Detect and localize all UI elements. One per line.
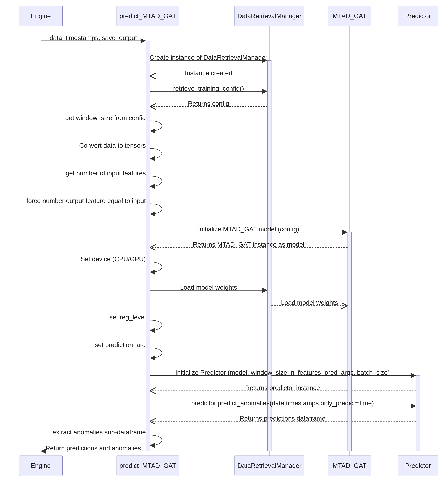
participant-label: DataRetrievalManager: [237, 12, 302, 20]
participant-label: MTAD_GAT: [333, 12, 367, 20]
message-label: extract anomalies sub-dataframe: [52, 428, 146, 436]
message-label: Initialize MTAD_GAT model (config): [198, 225, 299, 233]
message-label: Instance created: [185, 70, 232, 77]
message-label: predictor.predict_anomalies(data,timesta…: [191, 399, 374, 407]
participant-label: MTAD_GAT: [333, 462, 367, 469]
message-label: Load model weights: [180, 284, 237, 291]
participant-predictor: Predictor: [398, 6, 438, 26]
message-label: Set device (CPU/GPU): [81, 255, 146, 263]
participant-label: predict_MTAD_GAT: [120, 12, 176, 20]
participant-label: Predictor: [405, 462, 431, 469]
message-label: Returns predictions dataframe: [240, 415, 325, 422]
message-label: Initialize Predictor (model, window_size…: [175, 369, 390, 376]
message-label: Returns predictor instance: [245, 384, 320, 391]
sequence-diagram: EngineEnginepredict_MTAD_GATpredict_MTAD…: [0, 0, 448, 482]
activation-bar: [347, 232, 352, 451]
lifeline-engine: [41, 26, 41, 456]
message-label: data, timestamps, save_output: [49, 34, 137, 41]
message-label: get number of input features: [66, 170, 146, 177]
participant-engine: Engine: [19, 6, 63, 26]
message-label: Return predictions and anomalies: [45, 445, 141, 452]
message-label: Returns MTAD_GAT instance as model: [193, 241, 304, 248]
participant-label: Engine: [31, 12, 51, 20]
activation-bar: [146, 41, 150, 451]
participant-label: Engine: [31, 462, 51, 469]
message-label: set prediction_arg: [95, 341, 146, 349]
message-label: Returns config: [188, 100, 229, 107]
message-label: Create instance of DataRetrievalManager: [150, 54, 268, 61]
participant-label: DataRetrievalManager: [237, 462, 302, 469]
message-label: Convert data to tensors: [79, 142, 146, 149]
participant-label: predict_MTAD_GAT: [120, 462, 176, 469]
participant-mtad: MTAD_GAT: [328, 6, 371, 26]
participant-predict: predict_MTAD_GAT: [117, 6, 179, 26]
participant-drm: DataRetrievalManager: [234, 456, 304, 476]
message-label: set reg_level: [110, 314, 146, 321]
participant-predictor: Predictor: [398, 456, 438, 476]
participant-mtad: MTAD_GAT: [328, 456, 371, 476]
message-label: retrieve_training_config(): [173, 85, 244, 92]
activation-bar: [267, 60, 272, 451]
activation-bar: [416, 375, 420, 451]
message-label: Load model weights: [281, 299, 338, 306]
participant-predict: predict_MTAD_GAT: [117, 456, 179, 476]
participant-engine: Engine: [19, 456, 63, 476]
participant-label: Predictor: [405, 12, 431, 20]
message-label: force number output feature equal to inp…: [26, 197, 146, 204]
message-label: get window_size from config: [65, 114, 146, 122]
participant-drm: DataRetrievalManager: [234, 6, 304, 26]
